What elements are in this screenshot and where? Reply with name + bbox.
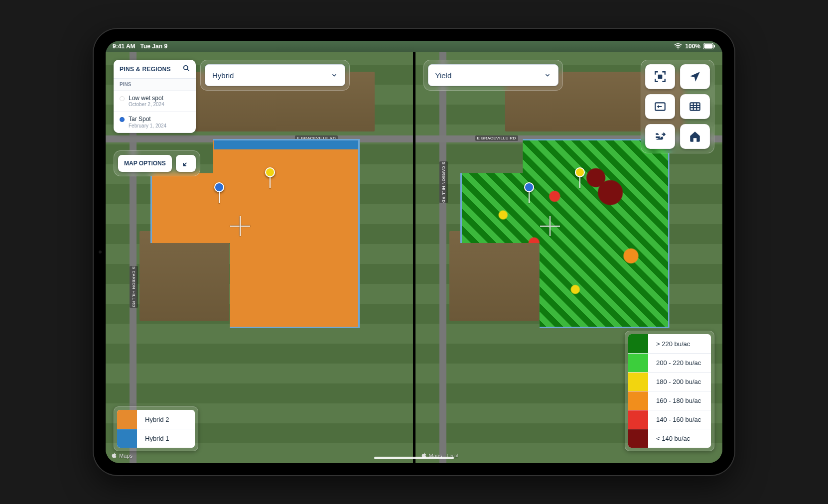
legend-row: Hybrid 1: [117, 429, 195, 448]
legend-label: Hybrid 1: [137, 429, 195, 448]
right-dropdown-wrap: Yield: [423, 60, 563, 91]
adjacent-field: [139, 231, 229, 321]
status-left: 9:41 AM Tue Jan 9: [113, 43, 167, 50]
layer-dropdown-left[interactable]: Hybrid: [205, 64, 345, 86]
legend-label: 160 - 180 bu/ac: [648, 391, 711, 410]
svg-line-4: [187, 69, 189, 71]
map-pin-yellow[interactable]: [575, 167, 585, 177]
crosshair-left: [230, 216, 250, 236]
right-map-pane[interactable]: E BRACEVILLE RD S CARBON HILL RD Yield: [415, 52, 723, 463]
road-label-v: S CARBON HILL RD: [130, 266, 138, 308]
pin-dot-icon: [120, 96, 125, 101]
legend-row: Hybrid 2: [117, 410, 195, 429]
legend-label: Hybrid 2: [137, 410, 195, 429]
grid-table-button[interactable]: [680, 94, 710, 119]
status-bar: 9:41 AM Tue Jan 9 100%: [106, 41, 722, 52]
dropdown-label: Yield: [435, 71, 452, 80]
legend-swatch: [628, 334, 648, 353]
ipad-frame: 9:41 AM Tue Jan 9 100%: [93, 28, 735, 476]
legend-swatch: [117, 410, 137, 429]
legend-swatch: [628, 410, 648, 429]
screen: 9:41 AM Tue Jan 9 100%: [106, 41, 722, 463]
pin-item-date: October 2, 2024: [129, 102, 164, 107]
layer-dropdown-right[interactable]: Yield: [428, 64, 558, 86]
chevron-down-icon: [544, 72, 551, 79]
svg-rect-2: [714, 45, 715, 48]
wifi-icon: [674, 43, 682, 49]
map-pin-blue[interactable]: [214, 182, 224, 192]
legend-swatch: [628, 354, 648, 372]
legend-row: 140 - 160 bu/ac: [628, 410, 711, 429]
dropdown-label: Hybrid: [212, 71, 234, 80]
swap-view-button[interactable]: [645, 94, 675, 119]
status-time: 9:41 AM: [113, 43, 136, 50]
map-pin-blue[interactable]: [524, 182, 534, 192]
attribution-provider: Maps: [119, 453, 133, 459]
pins-section-header: PINS: [114, 79, 196, 91]
legend-row: 180 - 200 bu/ac: [628, 372, 711, 391]
map-options-button[interactable]: MAP OPTIONS: [118, 155, 172, 172]
pin-item-name: Tar Spot: [129, 116, 166, 123]
adjacent-field: [449, 231, 539, 321]
legend-row: > 220 bu/ac: [628, 334, 711, 353]
road-label-h: E BRACEVILLE RD: [475, 135, 518, 141]
legend-row: 160 - 180 bu/ac: [628, 391, 711, 410]
legend-swatch: [628, 391, 648, 410]
pin-item[interactable]: Tar Spot February 1, 2024: [114, 112, 196, 132]
hybrid-legend: Hybrid 2 Hybrid 1: [114, 406, 198, 451]
svg-point-3: [184, 66, 188, 70]
legend-label: 200 - 220 bu/ac: [648, 354, 711, 372]
legend-label: < 140 bu/ac: [648, 429, 711, 448]
legend-row: 200 - 220 bu/ac: [628, 353, 711, 372]
svg-rect-5: [658, 75, 663, 79]
legend-label: 180 - 200 bu/ac: [648, 373, 711, 391]
collapse-panel-button[interactable]: [176, 155, 196, 172]
legend-swatch: [628, 373, 648, 391]
map-options-bar: MAP OPTIONS: [114, 150, 200, 176]
apple-logo-icon: [112, 452, 117, 459]
home-indicator[interactable]: [374, 457, 454, 459]
legend-label: > 220 bu/ac: [648, 334, 711, 353]
svg-rect-1: [704, 44, 713, 49]
pins-panel-title: PINS & REGIONS: [120, 66, 171, 73]
status-date: Tue Jan 9: [140, 43, 167, 50]
status-right: 100%: [674, 43, 715, 50]
pin-item[interactable]: Low wet spot October 2, 2024: [114, 91, 196, 112]
legend-label: 140 - 160 bu/ac: [648, 410, 711, 429]
fullscreen-button[interactable]: [645, 64, 675, 89]
legend-swatch: [117, 429, 137, 448]
home-button[interactable]: [680, 124, 710, 149]
split-view: E BRACEVILLE RD S CARBON HILL RD PINS & …: [106, 52, 722, 463]
left-map-pane[interactable]: E BRACEVILLE RD S CARBON HILL RD PINS & …: [106, 52, 413, 463]
pin-dot-icon: [120, 117, 125, 122]
pin-item-date: February 1, 2024: [129, 123, 166, 128]
pins-panel-header: PINS & REGIONS: [114, 60, 196, 79]
pins-regions-panel: PINS & REGIONS PINS Low wet spot October…: [114, 60, 196, 133]
map-attribution: Maps: [112, 452, 133, 459]
legend-row: < 140 bu/ac: [628, 429, 711, 448]
yield-legend: > 220 bu/ac 200 - 220 bu/ac 180 - 200 bu…: [625, 331, 714, 451]
pin-item-name: Low wet spot: [129, 95, 164, 102]
locate-button[interactable]: [680, 64, 710, 89]
crosshair-right: [540, 216, 560, 236]
legend-swatch: [628, 429, 648, 448]
status-battery: 100%: [685, 43, 700, 50]
road-vertical: [439, 52, 446, 463]
left-dropdown-wrap: Hybrid: [200, 60, 350, 91]
battery-icon: [703, 43, 715, 49]
svg-rect-7: [690, 103, 700, 110]
map-pin-yellow[interactable]: [265, 167, 275, 177]
road-label-v: S CARBON HILL RD: [439, 161, 448, 203]
chevron-down-icon: [331, 72, 338, 79]
search-icon[interactable]: [183, 65, 190, 73]
map-tools-grid: [641, 60, 714, 153]
legend-toggle-button[interactable]: [645, 124, 675, 149]
